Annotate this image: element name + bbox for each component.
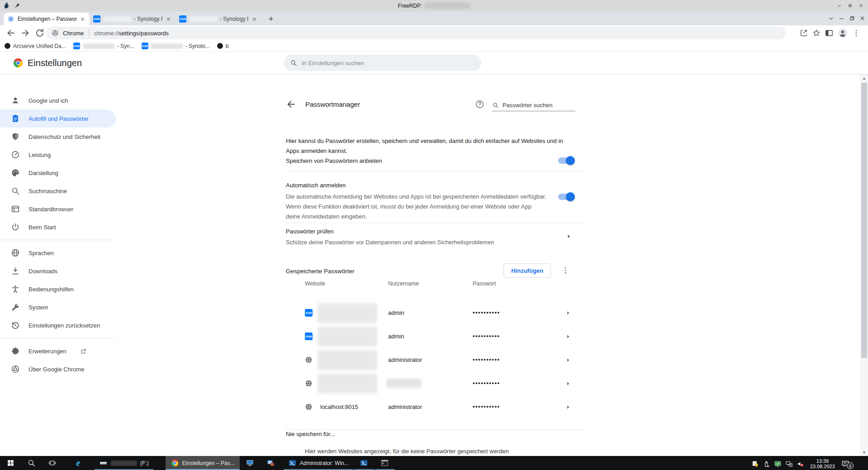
sidebar-item-system[interactable]: System [0, 298, 116, 316]
browser-menu-chevron-icon[interactable] [827, 14, 835, 22]
sidebar-item-label: Datenschutz und Sicherheit [28, 133, 100, 140]
settings-search-input[interactable]: In Einstellungen suchen [284, 55, 481, 71]
powershell-window-button[interactable]: Administrator: Win... [283, 456, 354, 470]
taskbar-search-button[interactable] [21, 456, 42, 470]
address-bar[interactable]: Chrome chrome://settings/passwords [46, 27, 786, 39]
browser-tab-synology-rackstatio[interactable]: DSM- Synology RackStatio [175, 13, 261, 25]
browser-minimize-button[interactable] [838, 14, 845, 22]
tab-close-icon[interactable] [79, 16, 86, 23]
sidebar-item-einstellungen-zur-cksetzen[interactable]: Einstellungen zurücksetzen [0, 316, 116, 334]
sidebar-item-darstellung[interactable]: Darstellung [0, 164, 116, 182]
new-tab-button[interactable]: + [265, 13, 277, 25]
sidebar-item-leistung[interactable]: Leistung [0, 146, 116, 164]
dsm-favicon: DSM [73, 43, 80, 49]
internet-explorer-button[interactable]: e [68, 456, 89, 470]
saved-passwords-menu-icon[interactable] [561, 266, 570, 275]
sidebar-item-beim-start[interactable]: Beim Start [0, 218, 116, 236]
forward-navigation-button[interactable] [20, 28, 31, 38]
sidebar-item-ber-google-chrome[interactable]: Über Google Chrome [0, 360, 116, 378]
back-navigation-button[interactable] [5, 28, 16, 38]
chevron-right-icon[interactable] [565, 357, 571, 363]
page-scrollbar[interactable]: ▲ ▼ [860, 75, 868, 456]
never-save-description: Hier werden Websites angezeigt, für die … [305, 448, 509, 455]
palette-icon [11, 168, 20, 177]
sidebar-item-suchmaschine[interactable]: Suchmaschine [0, 182, 116, 200]
chrome-window-button[interactable]: Einstellungen – Pas... [166, 456, 240, 470]
sidebar-item-erweiterungen[interactable]: Erweiterungen [0, 342, 116, 360]
sidebar-item-datenschutz-und-sicherheit[interactable]: Datenschutz und Sicherheit [0, 128, 116, 146]
computer-management-button[interactable] [261, 456, 281, 470]
certificate-tray-icon[interactable] [751, 460, 759, 468]
redacted-bookmark-text [151, 43, 183, 49]
browser-tab-synology-racksta[interactable]: DSM- Synology RackSta [90, 13, 175, 25]
bookmark-item-synolo[interactable]: DSM- Synolo... [142, 43, 210, 49]
powershell-icon-button[interactable] [354, 456, 375, 470]
side-panel-icon[interactable] [825, 28, 834, 38]
chevron-right-icon[interactable] [565, 381, 571, 386]
password-row[interactable]: •••••••••• [285, 372, 584, 395]
password-manager-page: Passwortmanager Passwörter suchen Hier k… [285, 75, 584, 456]
back-arrow-button[interactable] [286, 99, 296, 109]
chrome-icon [11, 365, 20, 374]
chevron-right-icon[interactable] [565, 334, 571, 339]
sidebar-item-google-und-ich[interactable]: Google und ich [0, 91, 116, 109]
add-password-button[interactable]: Hinzufügen [503, 263, 551, 278]
scroll-up-arrow[interactable]: ▲ [860, 75, 868, 82]
password-row[interactable]: administrator•••••••••• [285, 348, 584, 372]
bookmarks-bar: Arcserve Unified Da...DSM- Syn...DSM- Sy… [0, 41, 868, 52]
action-center-button[interactable]: 2 [841, 459, 851, 468]
taskbar-clock[interactable]: 13:39 23.08.2023 [810, 458, 835, 470]
tab-title: - Synology RackSta [134, 16, 162, 22]
task-view-button[interactable] [42, 456, 62, 470]
browser-close-button[interactable] [859, 14, 866, 22]
browser-restore-button[interactable] [848, 14, 856, 22]
rdp-minimize-button[interactable] [836, 2, 843, 9]
password-row[interactable]: DSMadmin•••••••••• [285, 301, 584, 325]
sidebar-item-standardbrowser[interactable]: Standardbrowser [0, 200, 116, 218]
scroll-down-arrow[interactable]: ▼ [860, 449, 868, 456]
sidebar-item-sprachen[interactable]: Sprachen [0, 244, 116, 262]
bookmark-item-arcserve-unified-da[interactable]: Arcserve Unified Da... [5, 43, 66, 49]
bookmark-item-syn[interactable]: DSM- Syn... [73, 43, 134, 49]
password-masked-cell: •••••••••• [473, 332, 500, 339]
browser-tab-einstellungen-passwortmanage[interactable]: Einstellungen – Passwortmanage [4, 13, 90, 25]
network-tray-icon[interactable] [785, 460, 793, 468]
bookmark-star-icon[interactable] [812, 28, 821, 38]
password-row[interactable]: localhost:8015administrator•••••••••• [285, 395, 584, 419]
check-passwords-row[interactable]: Passwörter prüfen Schütze deine Passwört… [286, 223, 584, 251]
device-manager-button[interactable] [240, 456, 261, 470]
tab-close-icon[interactable] [251, 16, 258, 23]
chrome-icon [171, 459, 179, 467]
start-button[interactable] [0, 456, 21, 470]
chevron-right-icon[interactable] [565, 310, 571, 316]
scrollbar-thumb[interactable] [861, 83, 867, 358]
sidebar-item-autofill-und-passw-rter[interactable]: Autofill und Passwörter [0, 109, 116, 128]
bookmark-item-b[interactable]: b [217, 43, 229, 49]
search-icon [290, 59, 297, 66]
password-masked-cell: •••••••••• [473, 309, 500, 316]
help-icon[interactable] [475, 100, 484, 109]
sidebar-item-bedienungshilfen[interactable]: Bedienungshilfen [0, 280, 116, 298]
sidebar-item-downloads[interactable]: Downloads [0, 262, 116, 280]
omnibox-separator [89, 29, 89, 37]
redacted-website [318, 374, 377, 394]
usb-device-tray-icon[interactable] [763, 460, 770, 468]
share-icon[interactable] [799, 28, 808, 38]
volume-muted-tray-icon[interactable] [797, 460, 804, 468]
browser-menu-kebab-icon[interactable] [852, 28, 861, 38]
reload-button[interactable] [34, 28, 45, 38]
tab-close-icon[interactable] [165, 16, 172, 23]
password-search-input[interactable]: Passwörter suchen [492, 99, 575, 111]
offer-save-toggle[interactable] [558, 157, 574, 164]
status-ok-tray-icon[interactable] [774, 460, 782, 468]
auto-signin-toggle[interactable] [558, 194, 574, 200]
sidebar-item-label: Sprachen [28, 250, 54, 256]
chevron-right-icon[interactable] [565, 404, 571, 410]
rdp-maximize-button[interactable] [847, 2, 854, 9]
password-row[interactable]: DSMadmin•••••••••• [285, 325, 584, 348]
rdp-close-button[interactable] [858, 2, 864, 9]
explorer-window-button[interactable]: (F:) [94, 456, 154, 470]
password-table: DSMadmin••••••••••DSMadmin••••••••••admi… [285, 301, 584, 419]
profile-avatar[interactable] [837, 28, 848, 38]
cmd-window-button[interactable] [375, 456, 395, 470]
